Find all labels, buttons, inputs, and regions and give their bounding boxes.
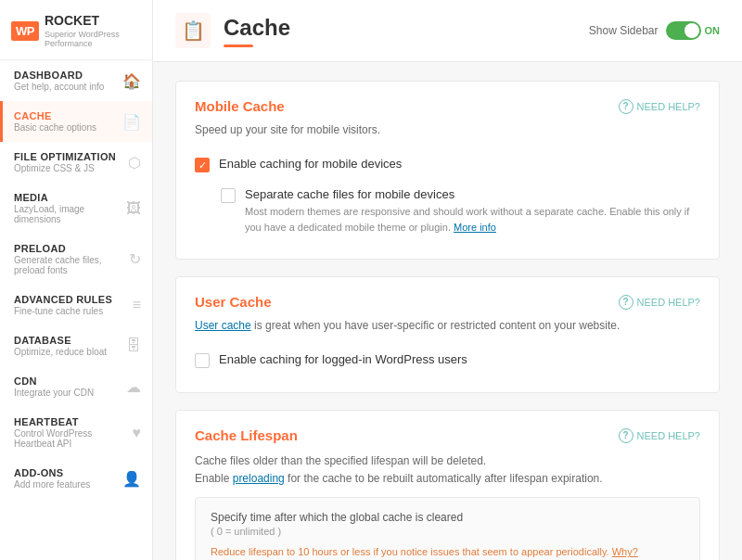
- sidebar-item-name-database: DATABASE: [14, 335, 126, 346]
- sidebar-item-desc-media: LazyLoad, image dimensions: [14, 204, 126, 224]
- toggle-thumb: [684, 23, 699, 38]
- sidebar-nav: DASHBOARD Get help, account info 🏠 CACHE…: [0, 60, 152, 560]
- sidebar-item-desc-dashboard: Get help, account info: [14, 82, 122, 92]
- sidebar-item-dashboard[interactable]: DASHBOARD Get help, account info 🏠: [0, 60, 152, 101]
- sidebar-item-name-cache: CACHE: [14, 110, 122, 121]
- sidebar-item-icon-cache: 📄: [122, 113, 141, 131]
- sidebar-item-file-optimization[interactable]: FILE OPTIMIZATION Optimize CSS & JS ⬡: [0, 142, 152, 183]
- cache-lifespan-title: Cache Lifespan: [195, 427, 298, 443]
- sidebar-item-name-heartbeat: HEARTBEAT: [14, 416, 133, 427]
- user-cache-title: User Cache: [195, 294, 272, 310]
- sidebar-item-desc-database: Optimize, reduce bloat: [14, 347, 126, 357]
- sidebar-item-desc-preload: Generate cache files, preload fonts: [14, 255, 129, 275]
- page-title: Cache: [224, 15, 290, 41]
- user-help-icon: ?: [619, 295, 633, 310]
- enable-mobile-checkbox[interactable]: [195, 158, 210, 172]
- sidebar-item-media[interactable]: MEDIA LazyLoad, image dimensions 🖼: [0, 183, 152, 234]
- logo-area: WP ROCKET Superior WordPress Performance: [0, 0, 152, 60]
- lifespan-help-icon: ?: [619, 428, 633, 443]
- mobile-cache-title: Mobile Cache: [195, 98, 285, 114]
- separate-files-label: Separate cache files for mobile devices: [245, 187, 700, 201]
- sidebar-item-desc-advanced-rules: Fine-tune cache rules: [14, 306, 133, 316]
- sidebar-item-cdn[interactable]: CDN Integrate your CDN ☁: [0, 366, 152, 407]
- sidebar-item-heartbeat[interactable]: HEARTBEAT Control WordPress Heartbeat AP…: [0, 407, 152, 458]
- help-label: NEED HELP?: [637, 101, 700, 112]
- why-link[interactable]: Why?: [612, 546, 638, 557]
- mobile-cache-section: Mobile Cache ? NEED HELP? Speed up your …: [175, 81, 720, 260]
- sidebar-item-name-advanced-rules: ADVANCED RULES: [14, 294, 133, 305]
- enable-user-cache-checkbox[interactable]: [195, 353, 210, 368]
- sidebar-item-add-ons[interactable]: ADD-ONS Add more features 👤: [0, 458, 152, 499]
- sidebar-item-name-dashboard: DASHBOARD: [14, 70, 122, 81]
- sidebar-toggle[interactable]: ON: [666, 21, 721, 40]
- sidebar-item-icon-add-ons: 👤: [122, 470, 141, 488]
- lifespan-help[interactable]: ? NEED HELP?: [619, 428, 700, 443]
- sidebar-item-icon-advanced-rules: ≡: [133, 297, 141, 313]
- sidebar-item-icon-cdn: ☁: [126, 378, 141, 396]
- main-area: 📋 Cache Show Sidebar ON Mobile Cache ?: [153, 0, 742, 560]
- sidebar-item-icon-preload: ↻: [129, 250, 141, 268]
- sidebar-item-icon-database: 🗄: [126, 337, 141, 354]
- sidebar-item-database[interactable]: DATABASE Optimize, reduce bloat 🗄: [0, 325, 152, 366]
- sidebar-item-preload[interactable]: PRELOAD Generate cache files, preload fo…: [0, 234, 152, 285]
- sidebar-item-desc-cache: Basic cache options: [14, 122, 122, 133]
- sidebar-item-desc-cdn: Integrate your CDN: [14, 388, 126, 398]
- sidebar-item-icon-heartbeat: ♥: [133, 425, 142, 441]
- lifespan-box-title: Specify time after which the global cach…: [211, 511, 684, 524]
- lifespan-box-sub: ( 0 = unlimited ): [211, 526, 684, 537]
- enable-user-cache-row: Enable caching for logged-in WordPress u…: [195, 345, 700, 375]
- sidebar-item-desc-file-optimization: Optimize CSS & JS: [14, 163, 128, 173]
- lifespan-warning: Reduce lifespan to 10 hours or less if y…: [211, 546, 684, 557]
- sidebar-item-cache[interactable]: CACHE Basic cache options 📄: [0, 101, 152, 142]
- mobile-cache-help[interactable]: ? NEED HELP?: [619, 99, 700, 114]
- toggle-label: ON: [705, 25, 721, 36]
- logo-rocket: ROCKET: [45, 13, 141, 28]
- lifespan-desc: Cache files older than the specified lif…: [195, 452, 700, 488]
- cache-lifespan-section: Cache Lifespan ? NEED HELP? Cache files …: [175, 410, 720, 560]
- separate-files-desc: Most modern themes are responsive and sh…: [245, 204, 700, 235]
- sidebar-item-name-add-ons: ADD-ONS: [14, 467, 122, 478]
- sidebar-item-icon-dashboard: 🏠: [122, 72, 141, 90]
- separate-files-row: Separate cache files for mobile devices …: [221, 180, 700, 242]
- sidebar-item-advanced-rules[interactable]: ADVANCED RULES Fine-tune cache rules ≡: [0, 285, 152, 325]
- enable-user-cache-label: Enable caching for logged-in WordPress u…: [219, 352, 467, 366]
- title-underline: [224, 45, 253, 47]
- sidebar-item-desc-add-ons: Add more features: [14, 479, 122, 490]
- help-icon: ?: [619, 99, 633, 114]
- more-info-link[interactable]: More info: [454, 222, 496, 233]
- user-cache-desc: User cache is great when you have user-s…: [195, 319, 700, 332]
- user-cache-help[interactable]: ? NEED HELP?: [619, 295, 700, 310]
- main-content: Mobile Cache ? NEED HELP? Speed up your …: [153, 62, 742, 560]
- sidebar-item-name-media: MEDIA: [14, 192, 126, 203]
- sidebar-item-name-cdn: CDN: [14, 375, 126, 387]
- separate-files-checkbox[interactable]: [221, 188, 236, 203]
- sidebar-item-name-file-optimization: FILE OPTIMIZATION: [14, 151, 128, 162]
- preloading-link[interactable]: preloading: [233, 472, 285, 485]
- user-cache-section: User Cache ? NEED HELP? User cache is gr…: [175, 276, 720, 393]
- sidebar-item-icon-file-optimization: ⬡: [128, 154, 141, 172]
- lifespan-help-label: NEED HELP?: [637, 430, 700, 441]
- main-header: 📋 Cache Show Sidebar ON: [153, 0, 742, 62]
- enable-mobile-label: Enable caching for mobile devices: [219, 157, 402, 171]
- sidebar: WP ROCKET Superior WordPress Performance…: [0, 0, 153, 560]
- toggle-track[interactable]: [666, 21, 701, 40]
- enable-mobile-row: Enable caching for mobile devices: [195, 149, 700, 180]
- user-cache-link[interactable]: User cache: [195, 319, 251, 332]
- sidebar-item-desc-heartbeat: Control WordPress Heartbeat API: [14, 428, 133, 449]
- sidebar-item-name-preload: PRELOAD: [14, 243, 129, 254]
- user-help-label: NEED HELP?: [637, 297, 700, 308]
- logo-wp: WP: [11, 21, 39, 41]
- show-sidebar-label: Show Sidebar: [589, 24, 659, 37]
- mobile-cache-desc: Speed up your site for mobile visitors.: [195, 123, 700, 136]
- sidebar-item-icon-media: 🖼: [126, 200, 141, 217]
- header-icon: 📋: [175, 13, 211, 48]
- logo-subtitle: Superior WordPress Performance: [45, 30, 141, 48]
- lifespan-box: Specify time after which the global cach…: [195, 497, 700, 560]
